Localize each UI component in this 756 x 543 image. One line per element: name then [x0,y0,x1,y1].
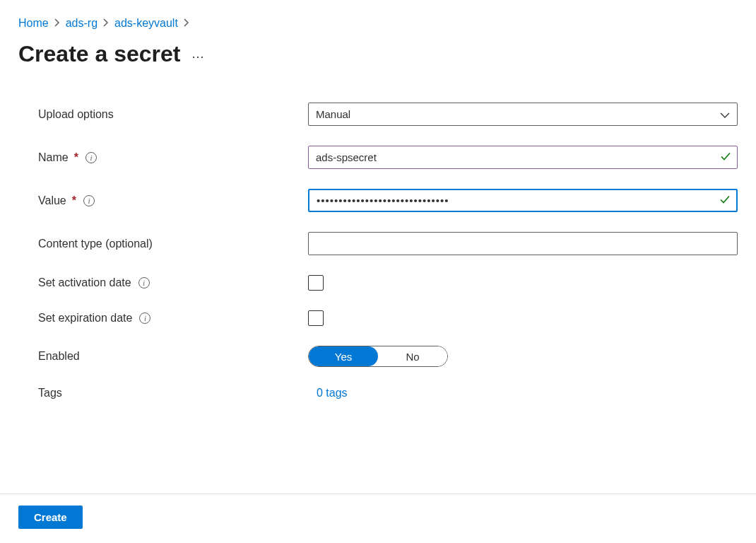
info-icon[interactable]: i [85,152,97,163]
activation-date-label: Set activation date [38,276,131,289]
upload-options-label: Upload options [38,108,308,121]
tags-label: Tags [38,387,308,399]
expiration-date-row: Set expiration date i [38,310,738,326]
breadcrumb-resource-group[interactable]: ads-rg [66,17,98,30]
activation-date-row: Set activation date i [38,275,738,291]
expiration-date-checkbox[interactable] [308,310,324,326]
required-asterisk: * [74,151,78,164]
footer: Create [0,494,756,543]
more-icon[interactable]: ··· [191,44,204,64]
name-label: Name [38,151,69,164]
chevron-right-icon [54,18,60,29]
enabled-no-option[interactable]: No [378,346,447,366]
enabled-row: Enabled Yes No [38,346,738,367]
required-asterisk: * [72,194,76,207]
page-title-row: Create a secret ··· [18,41,738,67]
enabled-toggle: Yes No [308,346,448,367]
expiration-date-label: Set expiration date [38,312,132,325]
checkmark-icon [719,194,731,207]
activation-date-checkbox[interactable] [308,275,324,291]
content-type-input[interactable] [316,233,710,255]
info-icon[interactable]: i [138,277,150,288]
chevron-right-icon [184,18,189,29]
info-icon[interactable]: i [83,195,95,206]
name-input-wrapper [308,146,738,169]
enabled-label: Enabled [38,350,308,363]
content-type-input-wrapper [308,232,738,255]
tags-row: Tags 0 tags [38,387,738,399]
tags-link[interactable]: 0 tags [308,387,348,399]
upload-options-value: Manual [316,108,350,120]
value-label: Value [38,194,66,207]
name-input[interactable] [316,146,710,168]
upload-options-row: Upload options Manual [38,103,738,126]
value-input-wrapper [308,189,738,212]
value-row: Value * i [38,189,738,212]
content-type-row: Content type (optional) [38,232,738,255]
page-title: Create a secret [18,41,180,67]
value-input[interactable] [317,190,709,211]
enabled-yes-option[interactable]: Yes [309,346,378,366]
upload-options-select[interactable]: Manual [308,103,738,126]
name-row: Name * i [38,146,738,169]
content-type-label: Content type (optional) [38,238,308,250]
breadcrumb-home[interactable]: Home [18,17,49,30]
create-button[interactable]: Create [18,506,83,529]
breadcrumb: Home ads-rg ads-keyvault [18,17,738,30]
chevron-right-icon [103,18,109,29]
breadcrumb-keyvault[interactable]: ads-keyvault [114,17,178,30]
checkmark-icon [720,151,731,164]
info-icon[interactable]: i [139,313,150,324]
form: Upload options Manual Name * i [18,103,738,399]
chevron-down-icon [720,109,730,120]
